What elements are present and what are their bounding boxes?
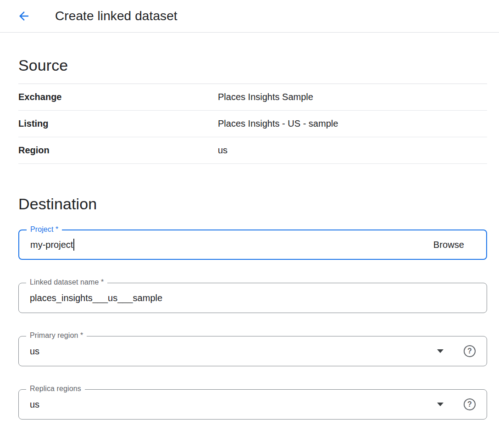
primary-region-label: Primary region * — [26, 331, 87, 340]
page-header: Create linked dataset — [0, 0, 499, 33]
row-value: us — [218, 145, 227, 156]
source-table: Exchange Places Insights Sample Listing … — [18, 84, 487, 164]
primary-region-field[interactable]: Primary region * us ? — [18, 336, 487, 366]
replica-regions-field[interactable]: Replica regions us ? — [18, 389, 487, 420]
help-icon[interactable]: ? — [464, 398, 476, 410]
row-value: Places Insights - US - sample — [218, 118, 338, 129]
back-button[interactable] — [15, 7, 33, 25]
row-label: Region — [18, 145, 218, 156]
table-row-exchange: Exchange Places Insights Sample — [18, 84, 487, 111]
main-content: Source Exchange Places Insights Sample L… — [18, 56, 487, 420]
table-row-region: Region us — [18, 137, 487, 164]
arrow-back-icon — [17, 9, 31, 23]
row-label: Listing — [18, 118, 218, 129]
replica-regions-value: us — [30, 399, 39, 410]
chevron-down-icon[interactable] — [437, 349, 444, 353]
linked-dataset-name-label: Linked dataset name * — [26, 278, 107, 286]
linked-dataset-name-field[interactable]: Linked dataset name * places_insights___… — [18, 283, 487, 313]
chevron-down-icon[interactable] — [437, 403, 444, 406]
project-field[interactable]: Project * my-project Browse — [18, 230, 487, 260]
row-value: Places Insights Sample — [218, 92, 313, 102]
source-heading: Source — [18, 56, 487, 74]
row-label: Exchange — [18, 92, 218, 102]
linked-dataset-name-input[interactable]: places_insights___us___sample — [30, 293, 162, 303]
browse-button[interactable]: Browse — [430, 237, 468, 253]
project-input[interactable]: my-project — [30, 240, 73, 250]
project-field-label: Project * — [27, 225, 62, 234]
destination-heading: Destination — [18, 195, 487, 213]
page-title: Create linked dataset — [55, 9, 177, 23]
replica-regions-label: Replica regions — [26, 385, 85, 393]
help-icon[interactable]: ? — [464, 345, 476, 357]
primary-region-value: us — [30, 346, 39, 357]
table-row-listing: Listing Places Insights - US - sample — [18, 111, 487, 137]
text-cursor — [73, 239, 74, 251]
